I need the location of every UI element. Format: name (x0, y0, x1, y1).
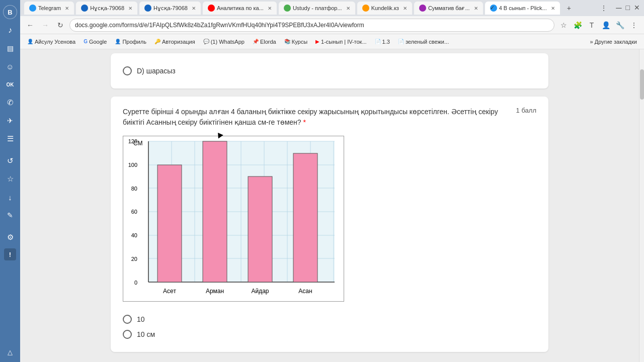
extensions-button[interactable]: 🔧 (614, 19, 626, 31)
bar-aydar (248, 176, 272, 282)
option-d-row: D) шарасыз (123, 63, 536, 78)
sidebar-edit[interactable]: ✎ (3, 208, 17, 222)
tab-analytics[interactable]: Аналитика по ка... ✕ (203, 2, 277, 15)
sidebar-star[interactable]: ☆ (3, 172, 17, 186)
close-button[interactable]: ✕ (634, 4, 640, 13)
address-bar[interactable]: docs.google.com/forms/d/e/1FAIpQLSfWk8z4… (69, 19, 554, 32)
translate-button[interactable]: T (586, 19, 598, 31)
profile-button[interactable]: 👤 (600, 19, 612, 31)
bookmark-label-aisulu: Айсулу Усенова (35, 39, 75, 45)
bookmark-star-button[interactable]: ☆ (557, 19, 570, 31)
label-aydar: Айдар (251, 288, 269, 295)
sidebar-settings[interactable]: ⚙ (3, 230, 17, 244)
tab-close-ustudy[interactable]: ✕ (346, 6, 350, 11)
required-marker: * (303, 118, 305, 126)
sidebar-telegram[interactable]: ✈ (3, 114, 17, 128)
bookmark-auth[interactable]: 🔑 Авторизация (151, 38, 198, 46)
scroll-track[interactable] (639, 49, 644, 362)
bookmark-whatsapp[interactable]: 💬 (1) WhatsApp (200, 38, 248, 46)
form-area: D) шарасыз Суретте бірінші 4 орынды алға… (20, 49, 639, 362)
bar-arman (203, 141, 227, 282)
left-sidebar: B ♪ ▤ ☺ OK ✆ ✈ ☰ ↺ ☆ ↓ ✎ ⚙ ! △ (0, 0, 20, 362)
sidebar-up[interactable]: △ (3, 345, 17, 359)
label-arman: Арман (206, 288, 224, 295)
bookmark-1synyp[interactable]: ▶ 1-сынып | IV-ток... (312, 38, 370, 46)
whatsapp-icon: 💬 (203, 39, 209, 44)
minimize-button[interactable]: ─ (616, 4, 621, 13)
sidebar-music[interactable]: ♪ (3, 23, 17, 37)
option-10-radio[interactable] (123, 315, 132, 324)
sidebar-stats[interactable]: ▤ (3, 41, 17, 55)
tab-close-nuska2[interactable]: ✕ (192, 6, 196, 11)
tab-telegram[interactable]: Telegram ✕ (24, 2, 74, 15)
tab-label-nuska2: Нұсқа-79068 (153, 5, 188, 12)
bookmark-aisulu[interactable]: 👤 Айсулу Усенова (24, 38, 78, 46)
kundelik-favicon (362, 5, 369, 12)
tab-nuska1[interactable]: Нұсқа-79068 ✕ (76, 2, 137, 15)
bookmark-green[interactable]: 📄 зеленый свежи... (395, 38, 452, 46)
sidebar-ok[interactable]: OK (3, 77, 17, 92)
4b-favicon: ✓ (490, 5, 497, 12)
chart-container: СМ 0 20 40 60 80 100 120 (123, 136, 344, 304)
tab-4b[interactable]: ✓ 4 В сынып - Plick... ✕ (485, 2, 560, 15)
label-aset: Асет (163, 288, 176, 295)
tab-close-analytics[interactable]: ✕ (268, 6, 272, 11)
profile-icon: 👤 (115, 39, 121, 44)
settings-button[interactable]: ⋮ (628, 19, 640, 31)
bookmark-more[interactable]: » Другие закладки (587, 38, 640, 46)
tab-kundelik[interactable]: Kundelik.кз ✕ (357, 2, 412, 15)
reload-button[interactable]: ↻ (54, 19, 66, 31)
back-button[interactable]: ← (24, 19, 36, 31)
tab-label-summative: Сумматив бағ... (428, 5, 470, 12)
label-asan: Асан (298, 288, 312, 295)
ustudy-favicon (284, 5, 291, 12)
bookmark-label-13: 1.3 (382, 39, 390, 45)
summative-favicon (419, 5, 426, 12)
bookmarks-bar: 👤 Айсулу Усенова G Google 👤 Профиль 🔑 Ав… (20, 34, 644, 49)
sidebar-history[interactable]: ↺ (3, 154, 17, 168)
tab-label-nuska1: Нұсқа-79068 (90, 5, 124, 12)
sidebar-alert[interactable]: ! (4, 248, 16, 260)
option-10cm-radio[interactable] (123, 330, 132, 339)
bookmark-label-other: Другие закладки (595, 39, 637, 45)
browser: Telegram ✕ Нұсқа-79068 ✕ Нұсқа-79068 ✕ А… (20, 0, 644, 362)
analytics-favicon (208, 5, 215, 12)
bookmark-profile[interactable]: 👤 Профиль (112, 38, 149, 46)
tab-close-telegram[interactable]: ✕ (65, 6, 69, 11)
bookmark-elorda[interactable]: 📌 Elorda (250, 38, 279, 46)
forward-button[interactable]: → (39, 19, 51, 31)
tab-close-4b[interactable]: ✕ (551, 6, 555, 11)
tab-nuska2[interactable]: Нұсқа-79068 ✕ (139, 2, 201, 15)
extension-button[interactable]: 🧩 (572, 19, 584, 31)
tab-close-nuska1[interactable]: ✕ (128, 6, 132, 11)
aisulu-icon: 👤 (27, 39, 33, 44)
tab-close-kundelik[interactable]: ✕ (403, 6, 407, 11)
tab-summative[interactable]: Сумматив бағ... ✕ (414, 2, 483, 15)
bookmark-kursy[interactable]: 📚 Курсы (281, 38, 310, 46)
bookmark-google[interactable]: G Google (80, 38, 110, 46)
question-header: Суретте бірінші 4 орынды алған 4 баланың… (123, 107, 536, 128)
tab-close-summative[interactable]: ✕ (474, 6, 478, 11)
elorda-icon: 📌 (253, 39, 259, 44)
sidebar-vk[interactable]: B (3, 5, 17, 19)
nuska2-favicon (144, 5, 151, 12)
sidebar-face[interactable]: ☺ (3, 59, 17, 73)
y-60: 60 (131, 209, 137, 215)
bookmark-13[interactable]: 📄 1.3 (372, 38, 393, 46)
sidebar-download[interactable]: ↓ (3, 190, 17, 204)
title-bar: Telegram ✕ Нұсқа-79068 ✕ Нұсқа-79068 ✕ А… (20, 0, 644, 16)
y-100: 100 (128, 162, 137, 168)
new-tab-button[interactable]: + (563, 2, 575, 14)
option-d-radio[interactable] (123, 66, 132, 75)
maximize-button[interactable]: □ (626, 4, 630, 13)
sidebar-list[interactable]: ☰ (3, 132, 17, 146)
browser-menu-button[interactable]: ⋮ (598, 2, 610, 14)
main-question-card: Суретте бірінші 4 орынды алған 4 баланың… (111, 97, 548, 352)
bookmark-label-1synyp: 1-сынып | IV-ток... (321, 39, 367, 45)
option-d-label: D) шарасыз (137, 67, 176, 75)
scroll-thumb[interactable] (640, 69, 644, 100)
tab-ustudy[interactable]: Ustudy - платфор... ✕ (279, 2, 355, 15)
sidebar-phone[interactable]: ✆ (3, 96, 17, 110)
y-80: 80 (131, 186, 137, 192)
option-10cm-label: 10 см (137, 330, 155, 338)
